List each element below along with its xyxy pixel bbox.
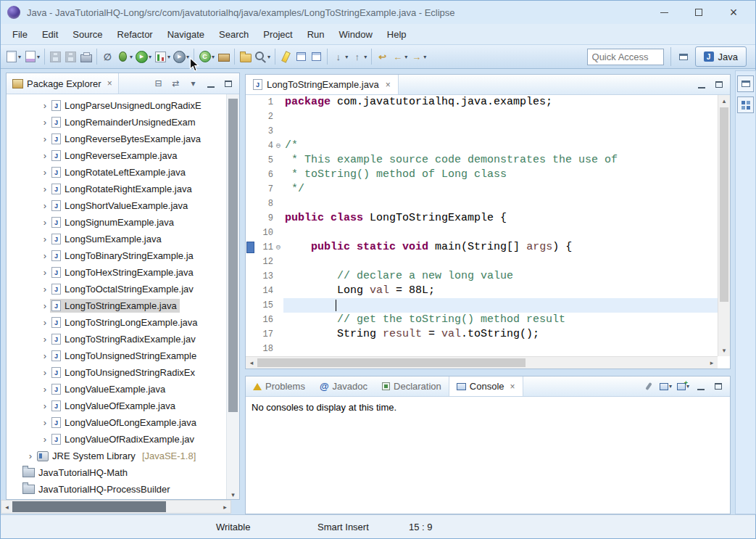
code-line-18[interactable]: 18 (246, 342, 718, 356)
skip-breakpoints-button[interactable]: ∅ (100, 48, 115, 65)
outline-view-button[interactable] (737, 96, 754, 113)
tree-item[interactable]: ›JLongToUnsignedStringRadixEx (7, 364, 227, 381)
tree-item[interactable]: ›JLongToHexStringExample.java (7, 264, 227, 281)
dropdown-arrow-icon[interactable]: ▾ (167, 54, 170, 60)
code-line-7[interactable]: 7 */ (246, 182, 718, 197)
java-perspective-button[interactable]: J Java (695, 46, 747, 67)
dropdown-arrow-icon[interactable]: ▾ (669, 383, 672, 390)
expand-arrow-icon[interactable]: › (40, 100, 50, 111)
maximize-button[interactable] (712, 380, 724, 392)
close-window-button[interactable]: × (716, 1, 751, 24)
expand-arrow-icon[interactable]: › (40, 434, 50, 445)
coverage-button[interactable]: ▾ (153, 48, 172, 65)
restore-view-button[interactable] (737, 75, 754, 92)
collapse-all-button[interactable]: ⊟ (152, 78, 165, 90)
dropdown-arrow-icon[interactable]: ▾ (130, 54, 133, 60)
code-line-5[interactable]: 5 * This example source code demonstrate… (246, 153, 718, 168)
pin-console-button[interactable] (642, 380, 655, 392)
tree-item[interactable]: ›JLongValueOfExample.java (7, 398, 227, 414)
tab-javadoc[interactable]: @Javadoc (312, 377, 375, 396)
tree-item[interactable]: ›JLongRotateRightExample.java (7, 181, 227, 197)
code-area[interactable]: 1package com.javatutorialhq.java.example… (246, 95, 718, 356)
open-type-button[interactable] (238, 48, 253, 65)
quick-access-input[interactable] (587, 49, 664, 65)
menu-window[interactable]: Window (332, 25, 380, 44)
tree-item[interactable]: ›JLongValueOfRadixExample.jav (7, 431, 227, 448)
expand-arrow-icon[interactable]: › (40, 217, 50, 228)
code-line-11[interactable]: 11⊖ public static void main(String[] arg… (246, 240, 718, 255)
expand-arrow-icon[interactable]: › (40, 267, 50, 278)
tree-item[interactable]: ›JLongRemainderUnsignedExam (7, 114, 227, 131)
tree-item[interactable]: ›JLongSignumExample.java (7, 214, 227, 231)
scrollbar-track[interactable] (12, 501, 220, 513)
maximize-window-button[interactable] (681, 1, 716, 24)
scroll-right-arrow-icon[interactable]: ▸ (220, 503, 230, 511)
code-line-1[interactable]: 1package com.javatutorialhq.java.example… (246, 95, 718, 110)
fold-collapse-icon[interactable]: ⊖ (273, 139, 283, 153)
print-button[interactable] (78, 48, 94, 65)
expand-arrow-icon[interactable]: › (40, 117, 50, 128)
code-line-10[interactable]: 10 (246, 226, 718, 240)
expand-arrow-icon[interactable]: › (40, 200, 50, 211)
expand-arrow-icon[interactable]: › (40, 317, 50, 328)
last-edit-location-button[interactable]: ↩ (375, 48, 390, 65)
minimize-button[interactable] (694, 380, 707, 392)
expand-arrow-icon[interactable]: › (40, 284, 50, 295)
code-line-14[interactable]: 14 Long val = 88L; (246, 284, 718, 298)
tree-item[interactable]: JavaTutorialHQ-ProcessBuilder (7, 481, 227, 498)
tree-item[interactable]: ›JLongRotateLeftExample.java (7, 164, 227, 181)
tab-declaration[interactable]: Declaration (375, 377, 449, 396)
scroll-left-arrow-icon[interactable]: ◂ (246, 357, 257, 369)
minimize-editor-button[interactable] (695, 78, 707, 91)
scrollbar-thumb[interactable] (12, 501, 166, 512)
view-menu-button[interactable]: ▾ (187, 78, 199, 90)
dropdown-arrow-icon[interactable]: ▾ (345, 54, 348, 60)
code-line-13[interactable]: 13 // declare a new long value (246, 269, 718, 284)
dropdown-arrow-icon[interactable]: ▾ (149, 54, 151, 60)
code-line-16[interactable]: 16 // get the toString() method result (246, 313, 718, 327)
run-button[interactable]: ▶▾ (134, 48, 153, 65)
menu-refactor[interactable]: Refactor (110, 25, 160, 44)
forward-button[interactable]: →▾ (409, 48, 428, 65)
next-annotation-button[interactable]: ↓▾ (331, 48, 349, 65)
debug-button[interactable]: ▾ (115, 48, 134, 65)
close-tab-icon[interactable]: × (386, 80, 391, 90)
mark-occurrences-button[interactable] (278, 48, 294, 65)
maximize-editor-button[interactable] (713, 78, 725, 91)
expand-arrow-icon[interactable]: › (40, 400, 50, 411)
tree-item[interactable]: JavaTutorialHQ-Math (7, 464, 227, 481)
fold-collapse-icon[interactable]: ⊖ (273, 240, 283, 255)
menu-run[interactable]: Run (300, 25, 332, 44)
new-button[interactable]: ▾ (4, 48, 22, 65)
tree-item[interactable]: ›JLongToStringExample.java (7, 297, 227, 314)
close-tab-icon[interactable]: × (510, 382, 515, 392)
tree-item[interactable]: ›JLongShortValueExample.java (7, 197, 227, 214)
menu-navigate[interactable]: Navigate (160, 25, 212, 44)
tree-item[interactable]: ›JLongToBinaryStringExample.ja (7, 247, 227, 264)
package-explorer-tab[interactable]: Package Explorer × (7, 73, 119, 94)
tree-item[interactable]: ›JLongToUnsignedStringExample (7, 347, 227, 364)
tree-item[interactable]: ›JLongValueExample.java (7, 381, 227, 398)
code-line-4[interactable]: 4⊖/* (246, 139, 718, 153)
expand-arrow-icon[interactable]: › (40, 384, 50, 395)
open-perspective-button[interactable] (678, 51, 690, 63)
tree-item[interactable]: ›JLongToOctalStringExample.jav (7, 281, 227, 297)
link-with-editor-button[interactable]: ⇄ (170, 78, 182, 90)
expand-arrow-icon[interactable]: › (40, 167, 50, 178)
tree-item[interactable]: ›JLongSumExample.java (7, 231, 227, 247)
dropdown-arrow-icon[interactable]: ▾ (18, 54, 21, 60)
expand-arrow-icon[interactable]: › (40, 250, 50, 261)
menu-source[interactable]: Source (65, 25, 109, 44)
search-button[interactable]: ▾ (253, 48, 272, 65)
code-line-2[interactable]: 2 (246, 110, 718, 124)
expand-arrow-icon[interactable]: › (40, 133, 50, 144)
expand-arrow-icon[interactable]: › (25, 450, 36, 461)
open-console-button[interactable]: ▾ (677, 380, 689, 392)
tree-item[interactable]: ›JLongValueOfLongExample.java (7, 414, 227, 431)
external-tools-button[interactable]: ▶▾ (172, 48, 191, 65)
code-line-12[interactable]: 12 (246, 255, 718, 269)
dropdown-arrow-icon[interactable]: ▾ (423, 54, 426, 60)
tab-console[interactable]: Console× (449, 377, 523, 396)
scrollbar-thumb[interactable] (720, 107, 728, 302)
code-line-6[interactable]: 6 * toString() method of Long class (246, 168, 718, 182)
